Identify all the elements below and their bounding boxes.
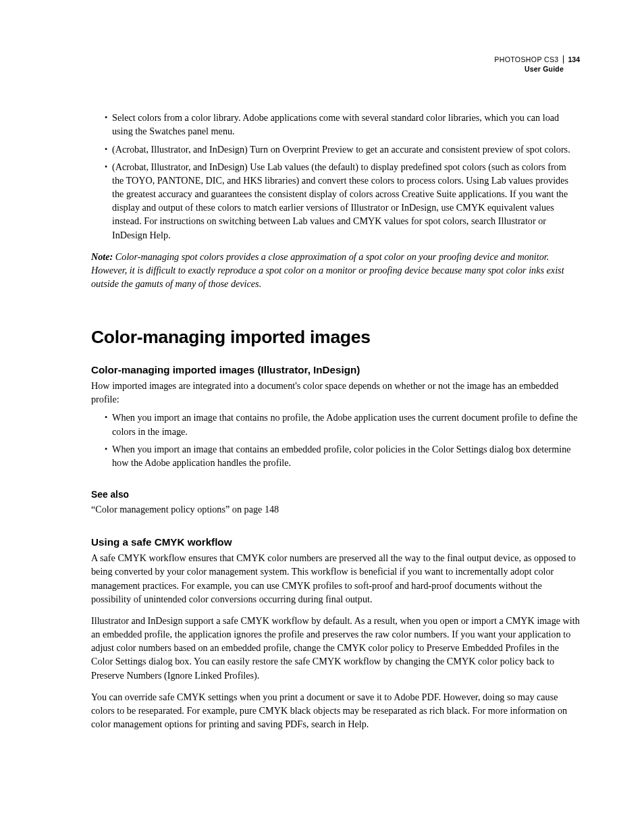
subsection-heading: Using a safe CMYK workflow — [91, 536, 580, 548]
document-page: PHOTOSHOP CS3 134 User Guide Select colo… — [0, 0, 644, 731]
see-also-text: “Color management policy options” on pag… — [91, 502, 580, 516]
body-paragraph: Illustrator and InDesign support a safe … — [91, 614, 580, 682]
note-text: Color-managing spot colors provides a cl… — [91, 251, 564, 289]
section-heading: Color-managing imported images — [91, 327, 580, 348]
list-item: (Acrobat, Illustrator, and InDesign) Tur… — [97, 142, 580, 156]
top-bullet-list: Select colors from a color library. Adob… — [91, 111, 580, 241]
list-item: (Acrobat, Illustrator, and InDesign) Use… — [97, 160, 580, 242]
guide-label: User Guide — [91, 65, 580, 74]
page-number: 134 — [563, 55, 580, 63]
body-paragraph: You can override safe CMYK settings when… — [91, 690, 580, 731]
note-label: Note: — [91, 251, 113, 262]
list-item: When you import an image that contains a… — [97, 442, 580, 469]
see-also-heading: See also — [91, 490, 580, 500]
page-header: PHOTOSHOP CS3 134 User Guide — [91, 55, 580, 74]
list-item: When you import an image that contains n… — [97, 411, 580, 438]
product-name: PHOTOSHOP CS3 — [494, 55, 558, 63]
sub-bullet-list: When you import an image that contains n… — [91, 411, 580, 469]
subsection-heading: Color-managing imported images (Illustra… — [91, 364, 580, 375]
body-paragraph: How imported images are integrated into … — [91, 379, 580, 406]
note-paragraph: Note: Color-managing spot colors provide… — [91, 250, 580, 290]
body-paragraph: A safe CMYK workflow ensures that CMYK c… — [91, 551, 580, 606]
list-item: Select colors from a color library. Adob… — [97, 111, 580, 138]
